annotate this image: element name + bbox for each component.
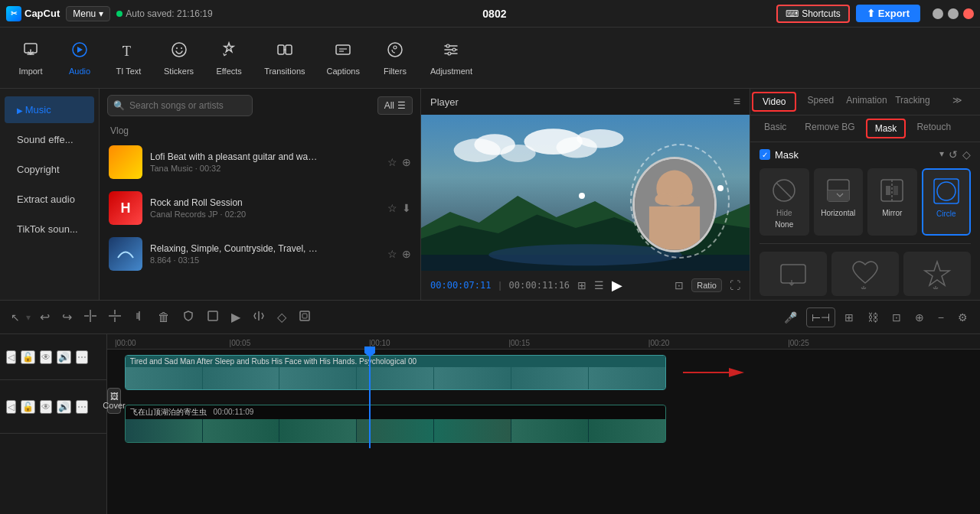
svg-point-14	[446, 44, 449, 47]
list-item[interactable]: H Rock and Roll Session Canal Records JP…	[100, 185, 420, 231]
sidebar-item-music[interactable]: Music	[5, 96, 94, 123]
split-horizontal-button[interactable]	[106, 307, 124, 328]
track1-clip[interactable]: Tired and Sad Man After Sleep and Rubs H…	[125, 355, 666, 390]
pointer-tool-button[interactable]: ↖	[8, 308, 23, 327]
crop-button[interactable]	[204, 307, 222, 328]
undo-button[interactable]: ↩	[37, 307, 53, 327]
search-input[interactable]	[107, 95, 253, 116]
sidebar-item-copyright[interactable]: Copyright	[5, 156, 94, 183]
track2-visible-button[interactable]: 👁	[40, 400, 52, 414]
tool-effects[interactable]: Effects	[206, 36, 252, 80]
sidebar-item-extract-audio[interactable]: Extract audio	[5, 186, 94, 213]
favorite-button[interactable]: ☆	[387, 248, 397, 260]
mask-control-point[interactable]	[717, 185, 724, 191]
list-view-button[interactable]: ☰	[594, 279, 604, 291]
mask-item-circle[interactable]: Circle	[922, 168, 972, 236]
subtab-basic[interactable]: Basic	[756, 119, 794, 138]
add-track-button[interactable]: ⊕	[910, 308, 929, 327]
mask-add-button[interactable]: ◇	[962, 148, 971, 161]
track2-clip[interactable]: 飞在山顶湖泊的寄生虫 00:00:11:09	[125, 405, 666, 443]
ratio-button[interactable]: Ratio	[691, 278, 722, 292]
chain-button[interactable]: ⛓	[863, 308, 883, 327]
link-segment-button[interactable]: ⊢⊣	[806, 307, 835, 327]
trim-end-button[interactable]	[130, 307, 149, 328]
sidebar-item-sound-effects[interactable]: Sound effe...	[5, 126, 94, 153]
split-vertical-button[interactable]	[81, 307, 100, 328]
export-button[interactable]: ⬆ Export	[856, 5, 920, 22]
subtab-retouch[interactable]: Retouch	[909, 119, 959, 138]
tool-audio[interactable]: Audio	[57, 36, 103, 80]
list-item[interactable]: Lofi Beat with a pleasant guitar and wat…	[100, 139, 420, 185]
import-label: Import	[18, 67, 42, 76]
track1-audio-button[interactable]: 🔊	[57, 350, 71, 364]
tab-tracking[interactable]: Tracking	[890, 89, 936, 115]
track2-collapse-button[interactable]: ◁	[6, 400, 16, 414]
redo-button[interactable]: ↪	[59, 307, 75, 327]
favorite-button[interactable]: ☆	[387, 202, 397, 214]
track2-lock-button[interactable]: 🔓	[21, 400, 35, 414]
mask-item-mirror[interactable]: Mirror	[867, 168, 917, 236]
track1-more-button[interactable]: ⋯	[76, 350, 88, 364]
tool-stickers[interactable]: Stickers	[155, 36, 203, 80]
layout-button[interactable]: ⊡	[887, 308, 906, 327]
track1-collapse-button[interactable]: ◁	[6, 350, 16, 364]
track1-lock-button[interactable]: 🔓	[21, 350, 35, 364]
mask-item-star[interactable]	[903, 252, 971, 296]
fullscreen-button[interactable]: ⛶	[730, 279, 740, 291]
grid-button[interactable]: ⊞	[840, 308, 858, 327]
track2-audio-button[interactable]: 🔊	[57, 400, 71, 414]
menu-button[interactable]: Menu ▾	[66, 6, 110, 21]
mic-button[interactable]: 🎤	[779, 308, 802, 327]
download-button[interactable]: ⬇	[402, 202, 411, 214]
track1-visible-button[interactable]: 👁	[40, 350, 52, 364]
add-button[interactable]: ⊕	[402, 248, 411, 260]
svg-point-40	[937, 182, 956, 200]
shortcuts-label: Shortcuts	[802, 8, 841, 19]
stickers-label: Stickers	[164, 67, 194, 76]
flip-button[interactable]	[250, 307, 268, 328]
minimize-button[interactable]	[933, 8, 943, 19]
close-button[interactable]	[963, 8, 974, 19]
minus-button[interactable]: −	[933, 308, 949, 327]
frame-button[interactable]	[296, 307, 314, 328]
tool-captions[interactable]: Captions	[318, 36, 369, 80]
mask-checkbox[interactable]: ✓	[760, 149, 770, 160]
list-item[interactable]: Relaxing, Simple, Countryside, Travel, N…	[100, 231, 420, 277]
playhead[interactable]	[369, 350, 371, 448]
mask-item-heart[interactable]	[831, 252, 899, 296]
delete-button[interactable]: 🗑	[155, 307, 173, 327]
tab-speed[interactable]: Speed	[798, 89, 843, 115]
shield-button[interactable]	[179, 307, 198, 328]
tool-text[interactable]: T TI Text	[106, 36, 152, 80]
tool-import[interactable]: Import	[8, 36, 54, 80]
tab-video[interactable]: Video	[752, 92, 796, 112]
mask-item-none[interactable]: Hide None	[760, 168, 809, 236]
download-button[interactable]: ⊕	[402, 156, 411, 168]
subtab-mask[interactable]: Mask	[866, 119, 906, 138]
track2-more-button[interactable]: ⋯	[76, 400, 88, 414]
keyframe-button[interactable]: ◇	[274, 307, 289, 327]
mask-reset-button[interactable]: ↺	[949, 148, 958, 161]
play-button[interactable]: ▶	[612, 277, 622, 294]
settings-button[interactable]: ⚙	[953, 308, 972, 327]
mask-control-point[interactable]	[579, 193, 585, 199]
autosave-dot-icon	[116, 11, 122, 17]
mask-item-rect[interactable]	[760, 252, 827, 296]
mask-item-horizontal[interactable]: Horizontal	[814, 168, 864, 236]
player-menu-icon[interactable]: ≡	[733, 95, 740, 109]
filters-icon	[386, 41, 404, 63]
timeline-view-button[interactable]: ⊞	[577, 279, 586, 291]
tool-transitions[interactable]: Transitions	[255, 36, 314, 80]
all-filter-button[interactable]: All ☰	[377, 96, 413, 115]
favorite-button[interactable]: ☆	[387, 156, 397, 168]
subtab-remove-bg[interactable]: Remove BG	[797, 119, 862, 138]
tool-filters[interactable]: Filters	[372, 36, 418, 80]
play-range-button[interactable]: ▶	[228, 307, 243, 327]
fit-screen-button[interactable]: ⊡	[675, 279, 684, 291]
shortcuts-button[interactable]: ⌨ Shortcuts	[776, 5, 850, 23]
tab-more[interactable]: ≫	[935, 89, 980, 115]
tab-animation[interactable]: Animation	[843, 89, 890, 115]
tool-adjustment[interactable]: Adjustment	[421, 36, 482, 80]
sidebar-item-tiktok[interactable]: TikTok soun...	[5, 216, 94, 242]
maximize-button[interactable]	[948, 8, 959, 19]
